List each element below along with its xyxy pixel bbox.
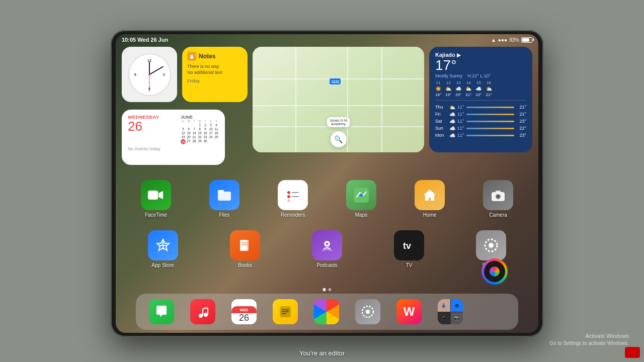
- svg-rect-15: [496, 191, 501, 193]
- status-bar: 10:05 Wed 26 Jun ▲ ●●● 93%: [116, 34, 538, 45]
- app-reminders[interactable]: Reminders: [274, 180, 312, 218]
- app-row-1: FaceTime Files Remin: [122, 180, 532, 218]
- app-camera[interactable]: Camera: [479, 180, 517, 218]
- files-icon: [209, 180, 239, 210]
- status-time: 10:05 Wed 26 Jun: [122, 37, 168, 43]
- dock-messages[interactable]: [149, 299, 174, 324]
- settings-dock-icon: [355, 299, 380, 324]
- clock-hour-hand: [149, 62, 150, 74]
- camera-icon: [483, 180, 513, 210]
- forecast-day-2: 12 ⛅ 19°: [445, 80, 451, 97]
- app-facetime[interactable]: FaceTime: [137, 180, 175, 218]
- music-dock-icon: [190, 299, 215, 324]
- week-row-sun: Sun ☁️ 11° 22°: [435, 126, 526, 131]
- status-right: ▲ ●●● 93%: [491, 37, 532, 43]
- svg-rect-5: [292, 192, 299, 193]
- map-road: [347, 47, 348, 152]
- map-road: [381, 47, 382, 152]
- wallet-dock-icon: W: [396, 299, 422, 324]
- fashion-cluster-icon: 👗 ⊕ 📱 📷: [438, 299, 463, 324]
- weather-weekly-forecast: Thu ⛅ 11° 21° Fri ☁️ 11° 21° Sat: [435, 105, 526, 138]
- svg-rect-3: [218, 190, 224, 193]
- messages-dock-icon: [149, 299, 174, 324]
- forecast-day-5: 15 ☁️ 22°: [475, 80, 481, 97]
- svg-rect-7: [292, 196, 299, 197]
- app-label-reminders: Reminders: [281, 212, 305, 218]
- wifi-icon: ▲: [491, 37, 496, 43]
- app-files[interactable]: Files: [206, 180, 244, 218]
- reminders-icon: [278, 180, 308, 210]
- bottom-text: You're an editor: [299, 349, 345, 357]
- battery-icon: [521, 37, 532, 43]
- map-road: [295, 47, 296, 152]
- svg-point-25: [489, 243, 494, 248]
- forecast-day-3: 13 ☁️ 20°: [455, 80, 461, 97]
- app-label-home: Home: [423, 212, 437, 218]
- clock-num-3: 3: [163, 73, 165, 76]
- map-route-badge: 1221: [330, 78, 341, 84]
- app-label-camera: Camera: [489, 212, 507, 218]
- app-home[interactable]: Home: [411, 180, 449, 218]
- weather-location-arrow: ▶: [457, 52, 461, 58]
- clock-num-6: 6: [148, 87, 150, 90]
- app-label-maps: Maps: [355, 212, 367, 218]
- forecast-day-1: 11 ☀️ 18°: [435, 80, 441, 97]
- dock-calendar[interactable]: WED 26: [231, 299, 257, 324]
- dock-fashion[interactable]: 👗 ⊕ 📱 📷: [438, 299, 463, 324]
- map-search-button[interactable]: 🔍: [331, 131, 347, 147]
- app-appstore[interactable]: App Store: [144, 230, 182, 268]
- clock-num-9: 9: [134, 73, 136, 76]
- notes-date: Friday: [187, 78, 243, 83]
- maps-widget[interactable]: 1221 Joram G M Academy 🔍: [253, 47, 424, 152]
- forecast-day-4: 14 ⛅ 21°: [465, 80, 471, 97]
- calendar-dock-icon: WED 26: [231, 299, 257, 324]
- svg-point-28: [204, 313, 208, 317]
- svg-point-10: [360, 194, 363, 197]
- dock-wallet[interactable]: W: [396, 299, 422, 324]
- app-maps[interactable]: Maps: [343, 180, 380, 218]
- app-books[interactable]: Books: [226, 230, 264, 268]
- books-icon: [230, 230, 260, 260]
- ipad-screen: 10:05 Wed 26 Jun ▲ ●●● 93%: [116, 34, 538, 333]
- weather-widget[interactable]: Kajiado ▶ 17° Mostly Sunny H:22° L:10° 1…: [429, 47, 532, 152]
- app-tv[interactable]: tv TV: [390, 230, 428, 268]
- red-corner-badge: [625, 347, 640, 358]
- app-label-tv: TV: [406, 262, 413, 268]
- activate-windows-watermark: Activate Windows Go to Settings to activ…: [549, 332, 629, 347]
- week-row-mon: Mon ☁️ 11° 23°: [435, 133, 526, 138]
- page-dot-2: [329, 288, 332, 291]
- notes-widget[interactable]: 📋 Notes There is no way No additional te…: [182, 47, 248, 102]
- clock-num-12: 12: [147, 58, 151, 62]
- page-dots: [323, 288, 332, 291]
- forecast-day-6: 16 ⛅ 21°: [486, 80, 492, 97]
- clock-minute-hand: [149, 66, 164, 74]
- clock-widget[interactable]: 12 3 6 9: [122, 47, 177, 102]
- svg-line-30: [203, 308, 208, 309]
- app-row-2: App Store Books: [122, 230, 532, 268]
- battery-fill: [522, 38, 529, 42]
- dock-notes[interactable]: [273, 299, 298, 324]
- dock: WED 26: [136, 294, 518, 330]
- dock-settings[interactable]: [355, 299, 380, 324]
- svg-rect-0: [148, 191, 158, 200]
- battery-percent: 93%: [509, 37, 519, 43]
- dock-photos[interactable]: [314, 299, 339, 324]
- week-row-thu: Thu ⛅ 11° 21°: [435, 105, 526, 110]
- svg-marker-11: [424, 190, 436, 201]
- photos-dock-icon: [314, 299, 339, 324]
- dock-music[interactable]: [190, 299, 215, 324]
- signal-icon: ●●●: [498, 37, 507, 43]
- maps-icon: [346, 180, 376, 210]
- dock-siri[interactable]: [479, 299, 505, 325]
- clock-center-dot: [148, 73, 150, 75]
- app-label-files: Files: [219, 212, 229, 218]
- weather-condition: Mostly Sunny H:22° L:10°: [435, 73, 526, 78]
- ipad-frame: 10:05 Wed 26 Jun ▲ ●●● 93%: [111, 30, 543, 337]
- settings-icon: [476, 230, 506, 260]
- svg-marker-1: [158, 191, 163, 199]
- svg-point-4: [287, 191, 290, 194]
- app-label-podcasts: Podcasts: [316, 262, 337, 268]
- podcasts-icon: [312, 230, 342, 260]
- app-podcasts[interactable]: Podcasts: [308, 230, 346, 268]
- notes-title: Notes: [199, 53, 215, 60]
